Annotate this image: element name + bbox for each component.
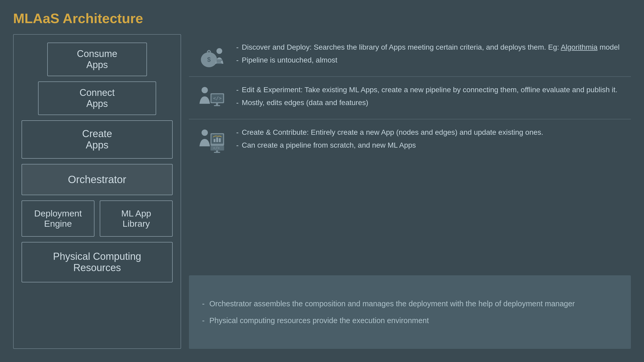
bottom-bullet2: - Physical computing resources provide t…	[202, 314, 618, 327]
svg-rect-1	[207, 52, 211, 56]
consume-bullet2: Pipeline is untouched, almost	[242, 54, 337, 66]
consume-row: $ - Discover and Deploy: Searches the li…	[189, 34, 631, 77]
svg-rect-16	[214, 139, 215, 142]
svg-point-13	[202, 130, 208, 136]
right-panel: $ - Discover and Deploy: Searches the li…	[189, 34, 631, 349]
connect-bullet1: Edit & Experiment: Take existing ML Apps…	[242, 84, 617, 95]
create-bullet2: Can create a pipeline from scratch, and …	[242, 139, 416, 151]
create-icon-area: </>	[194, 127, 228, 154]
deployment-engine-box: DeploymentEngine	[22, 200, 94, 237]
ml-app-library-label: ML AppLibrary	[121, 208, 151, 229]
left-panel: ConsumeApps ConnectApps CreateApps Orche…	[13, 34, 181, 349]
svg-point-7	[202, 87, 208, 93]
ml-app-library-box: ML AppLibrary	[100, 200, 173, 237]
svg-rect-4	[217, 60, 222, 60]
right-top: $ - Discover and Deploy: Searches the li…	[189, 34, 631, 275]
dash4: -	[236, 97, 239, 108]
dash1: -	[236, 42, 239, 53]
connect-bullet2: Mostly, edits edges (data and features)	[242, 97, 368, 108]
connect-apps-label: ConnectApps	[80, 87, 115, 109]
create-row: </> - Create & Contribute: Entirely crea…	[189, 119, 631, 162]
bottom-dash1: -	[202, 298, 205, 310]
create-bullet1: Create & Contribute: Entirely create a n…	[242, 127, 543, 138]
connect-icon: </>	[197, 85, 226, 112]
bottom-dash2: -	[202, 314, 205, 327]
consume-icon-area: $	[194, 42, 228, 69]
svg-rect-18	[219, 138, 221, 142]
physical-computing-label: Physical Computing Resources	[53, 251, 141, 273]
consume-apps-label: ConsumeApps	[77, 48, 117, 70]
svg-text:$: $	[207, 56, 211, 63]
right-bottom-panel: - Orchestrator assembles the composition…	[189, 275, 631, 349]
connect-apps-box: ConnectApps	[38, 81, 156, 115]
svg-rect-12	[214, 105, 220, 106]
page-title: MLAaS Architecture	[13, 11, 631, 26]
consume-icon: $	[197, 43, 226, 69]
orchestrator-box: Orchestrator	[22, 164, 173, 195]
dash3: -	[236, 84, 239, 95]
main-layout: ConsumeApps ConnectApps CreateApps Orche…	[13, 34, 631, 349]
physical-computing-box: Physical Computing Resources	[22, 242, 173, 282]
svg-text:</>: </>	[213, 146, 220, 150]
svg-rect-22	[214, 152, 220, 153]
svg-rect-6	[217, 63, 222, 64]
connect-info-text: - Edit & Experiment: Take existing ML Ap…	[236, 84, 626, 110]
consume-apps-box: ConsumeApps	[47, 43, 147, 76]
create-apps-label: CreateApps	[82, 128, 112, 151]
create-icon: </>	[197, 128, 226, 154]
orchestrator-label: Orchestrator	[68, 174, 126, 185]
svg-rect-17	[216, 137, 218, 142]
svg-text:</>: </>	[213, 95, 222, 101]
bottom-two-cols: DeploymentEngine ML AppLibrary	[22, 200, 173, 237]
consume-bullet1: Discover and Deploy: Searches the librar…	[242, 42, 620, 53]
svg-rect-11	[216, 103, 218, 105]
create-info-text: - Create & Contribute: Entirely create a…	[236, 127, 626, 153]
dash5: -	[236, 127, 239, 138]
consume-info-text: - Discover and Deploy: Searches the libr…	[236, 42, 626, 68]
connect-row: </> - Edit & Experiment: Take existing M…	[189, 77, 631, 119]
deployment-engine-label: DeploymentEngine	[34, 208, 82, 229]
dash6: -	[236, 139, 239, 151]
svg-rect-5	[217, 61, 221, 62]
svg-point-3	[217, 48, 222, 54]
bottom-text1: Orchestrator assembles the composition a…	[209, 298, 575, 310]
bottom-text2: Physical computing resources provide the…	[209, 314, 429, 327]
dash2: -	[236, 54, 239, 66]
bottom-bullet1: - Orchestrator assembles the composition…	[202, 298, 618, 310]
create-apps-box: CreateApps	[22, 120, 173, 159]
connect-icon-area: </>	[194, 84, 228, 112]
